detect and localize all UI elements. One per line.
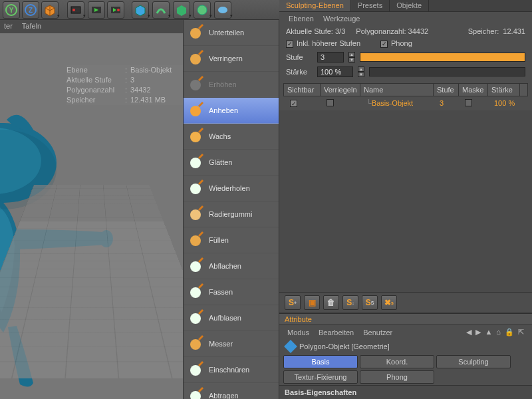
add-folder-button[interactable]: ▣ [304,295,320,310]
stufe-slider[interactable] [360,53,525,62]
sculpt-tool-icon [189,51,203,66]
sculpt-tool-list: UnterteilenVerringernErhöhenAnhebenWachs… [183,20,279,399]
subtab-werkzeuge[interactable]: Werkzeuge [323,15,360,23]
sculpt-tool-messer[interactable]: Messer [184,331,279,357]
svg-point-19 [190,80,201,90]
right-panel: Sculpting-Ebenen Presets Objekte Ebenen … [279,0,532,399]
sculpt-tool-wiederholen[interactable]: Wiederholen [184,176,279,201]
staerke-spinner[interactable]: ▲▼ [358,66,364,77]
tab-ter[interactable]: ter [4,22,13,31]
polygon-object-icon [284,340,297,353]
sculpt-tool-unterteilen[interactable]: Unterteilen [184,20,279,46]
attr-tab-koord[interactable]: Koord. [360,355,434,368]
svg-point-29 [190,339,201,350]
cube-button[interactable] [41,1,59,19]
tab-presets[interactable]: Presets [351,0,390,11]
object-row[interactable]: Polygon-Objekt [Geometrie] [279,339,532,354]
attr-tab-sculpting[interactable]: Sculpting [436,355,511,368]
attr-tab-phong[interactable]: Phong [360,370,434,384]
sculpt-tool-icon [189,77,203,92]
menu-benutzer[interactable]: Benutzer [363,329,392,336]
check-inkl[interactable]: ✓Inkl. höherer Stufen [286,39,360,48]
sculpt-tool-erhöhen[interactable]: Erhöhen [184,72,279,98]
svg-point-26 [190,261,201,272]
sculpt-tool-icon [189,388,203,399]
layer-lock-check[interactable] [327,99,334,106]
sculpt-tool-verringern[interactable]: Verringern [184,46,279,72]
stufe-spinner[interactable]: ▲▼ [348,52,355,63]
merge-visible-button[interactable]: SS [362,295,378,310]
layer-mask-check[interactable] [465,99,472,106]
tab-objekte[interactable]: Objekte [390,0,429,11]
sculpt-tool-fassen[interactable]: Fassen [184,279,279,305]
sculpt-tool-aufblasen[interactable]: Aufblasen [184,305,279,331]
sculpt-tool-icon [189,25,203,40]
sculpt-tool-glätten[interactable]: Glätten [184,150,279,176]
svg-point-15 [100,230,113,247]
stufe-input[interactable]: 3 [317,52,344,63]
prim-deform-button[interactable] [214,1,231,19]
check-phong[interactable]: ✓Phong [380,39,412,48]
tab-sculpting-ebenen[interactable]: Sculpting-Ebenen [279,0,351,11]
menu-bearbeiten[interactable]: Bearbeiten [319,329,354,336]
svg-point-31 [190,391,201,399]
play-record-button[interactable] [107,1,124,19]
svg-point-18 [190,54,201,65]
sculpt-tool-abflachen[interactable]: Abflachen [184,253,279,279]
sculpt-tool-icon [189,233,203,247]
sculpt-tool-abtragen[interactable]: Abtragen [184,383,279,399]
home-icon[interactable]: ⌂ [496,328,501,336]
record-button[interactable] [67,1,84,19]
sculpt-tool-einschnüren[interactable]: Einschnüren [184,357,279,383]
layer-table: Sichtbar Verriegeln Name Stufe Maske Stä… [283,83,528,110]
sculpt-tool-icon [189,311,203,325]
axis-y-button[interactable]: Y [3,1,20,19]
section-basis: Basis-Eigenschaften [279,385,532,399]
tab-tafeln[interactable]: Tafeln [22,22,41,31]
nav-fwd-icon[interactable]: ▶ [475,328,481,336]
viewport-info-hud: Ebene:Basis-Objekt Aktuelle Stufe:3 Poly… [66,65,183,105]
flatten-button[interactable]: ✖s [381,295,397,310]
staerke-input[interactable]: 100 % [317,66,353,77]
add-layer-button[interactable]: S+ [285,295,301,310]
sculpt-tool-radiergummi[interactable]: Radiergummi [184,201,279,227]
svg-point-20 [190,106,201,116]
axis-z-button[interactable]: Z [22,1,39,19]
svg-text:Z: Z [29,7,33,14]
layer-visible-check[interactable]: ✓ [290,100,297,107]
attr-tab-basis[interactable]: Basis [283,355,358,368]
sculpt-tool-icon [189,207,203,221]
play-forward-button[interactable] [88,1,105,19]
sculpt-tool-icon [189,362,203,377]
svg-point-25 [190,235,201,246]
prim-generator-button[interactable] [194,1,211,19]
svg-point-28 [190,313,201,324]
attribute-header: Attribute [279,313,532,325]
lock-icon[interactable]: 🔒 [505,328,514,336]
menu-modus[interactable]: Modus [287,329,309,336]
delete-layer-button[interactable]: 🗑 [323,295,339,310]
layer-actions: S+ ▣ 🗑 S↓ SS ✖s [279,292,532,313]
svg-point-30 [190,365,201,376]
sculpt-tool-icon [189,336,203,351]
link-icon[interactable]: ⇱ [518,328,524,336]
sculpt-tool-wachs[interactable]: Wachs [184,124,279,150]
svg-point-23 [190,184,201,194]
sculpt-tool-icon [189,181,203,196]
sculpt-tool-anheben[interactable]: Anheben [184,98,279,124]
prim-cube-button[interactable] [132,1,149,19]
sculpt-tool-icon [189,155,203,170]
merge-down-button[interactable]: S↓ [342,295,358,310]
layer-row[interactable]: ✓ └Basis-Objekt 3 100 % [283,96,528,110]
nav-up-icon[interactable]: ▲ [485,328,492,336]
prim-spline-button[interactable] [152,1,170,19]
staerke-slider[interactable] [369,67,525,76]
sculpt-tool-füllen[interactable]: Füllen [184,227,279,253]
attr-tab-textur[interactable]: Textur-Fixierung [283,370,358,384]
subtab-ebenen[interactable]: Ebenen [289,15,314,23]
nav-back-icon[interactable]: ◀ [466,328,471,336]
prim-nurbs-button[interactable] [173,1,190,19]
svg-point-10 [218,7,227,13]
sculpt-tool-icon [189,285,203,299]
viewport-3d[interactable]: Ebene:Basis-Objekt Aktuelle Stufe:3 Poly… [0,33,183,399]
